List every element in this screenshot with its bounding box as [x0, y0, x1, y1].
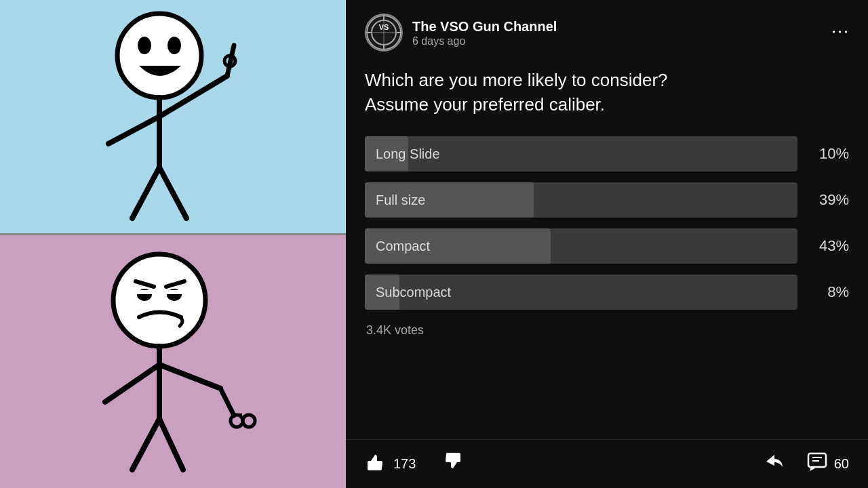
svg-line-24: [132, 419, 159, 470]
svg-point-10: [113, 254, 205, 346]
stick-figure-grumpy: [71, 246, 275, 476]
channel-time: 6 days ago: [412, 35, 831, 47]
poll-bar-fullsize: Full size: [365, 182, 797, 218]
svg-point-1: [138, 37, 151, 54]
poll-question: Which are you more likely to consider? A…: [365, 68, 849, 117]
comment-icon[interactable]: [807, 452, 827, 476]
thumbnail-top: [0, 0, 346, 233]
svg-point-2: [167, 37, 181, 54]
svg-point-0: [117, 14, 201, 98]
svg-line-8: [132, 167, 159, 218]
poll-label-longslide: Long Slide: [365, 146, 440, 161]
channel-info: The VSO Gun Channel 6 days ago: [412, 18, 831, 47]
comment-group: 60: [785, 452, 849, 476]
poll-bar-subcompact: Subcompact: [365, 274, 797, 310]
svg-line-23: [105, 365, 159, 402]
svg-line-5: [227, 45, 234, 76]
svg-line-7: [108, 117, 159, 144]
poll-label-fullsize: Full size: [365, 192, 425, 207]
poll-options: Long Slide 10% Full size 39% Compact 43%…: [365, 136, 849, 321]
channel-name: The VSO Gun Channel: [412, 18, 831, 35]
poll-label-compact: Compact: [365, 239, 430, 253]
dislike-group: [443, 451, 463, 476]
svg-line-19: [220, 388, 234, 415]
poll-option-longslide[interactable]: Long Slide 10%: [365, 136, 849, 171]
like-group: 173: [365, 451, 416, 476]
channel-row: VS The VSO Gun Channel 6 days ago ⋮: [365, 14, 849, 52]
thumbnail-bottom: [0, 235, 346, 488]
channel-logo: VS: [366, 15, 401, 50]
share-icon[interactable]: [764, 452, 785, 476]
poll-label-subcompact: Subcompact: [365, 285, 451, 300]
content-panel: VS The VSO Gun Channel 6 days ago ⋮ Whic…: [346, 0, 868, 488]
poll-option-compact[interactable]: Compact 43%: [365, 228, 849, 264]
poll-option-subcompact[interactable]: Subcompact 8%: [365, 274, 849, 310]
svg-line-18: [159, 365, 220, 388]
votes-count: 3.4K votes: [365, 323, 849, 338]
svg-line-9: [159, 167, 186, 218]
video-thumbnail: [0, 0, 346, 488]
more-options-button[interactable]: ⋮: [831, 23, 849, 42]
comment-count: 60: [834, 456, 849, 472]
poll-percent-longslide: 10%: [808, 145, 849, 163]
thumbs-down-icon[interactable]: [443, 451, 463, 476]
poll-percent-subcompact: 8%: [808, 283, 849, 301]
poll-bar-compact: Compact: [365, 228, 797, 264]
poll-percent-fullsize: 39%: [808, 191, 849, 209]
stick-figure-happy: [71, 8, 275, 225]
poll-bar-longslide: Long Slide: [365, 136, 797, 171]
question-line2: Assume your preferred caliber.: [365, 94, 605, 115]
thumbs-up-icon[interactable]: [365, 451, 385, 476]
poll-percent-compact: 43%: [808, 237, 849, 255]
channel-avatar[interactable]: VS: [365, 14, 403, 52]
svg-line-25: [159, 419, 183, 470]
question-line1: Which are you more likely to consider?: [365, 70, 668, 90]
like-count: 173: [393, 456, 416, 472]
svg-point-20: [231, 415, 243, 427]
svg-point-21: [243, 415, 255, 427]
action-bar: 173: [346, 439, 868, 488]
poll-option-fullsize[interactable]: Full size 39%: [365, 182, 849, 218]
